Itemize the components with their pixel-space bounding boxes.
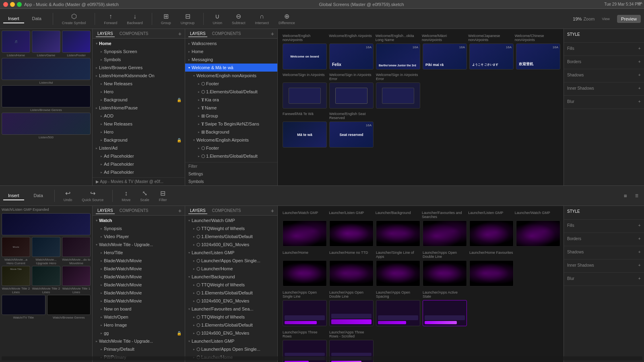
add-layer-bottom[interactable]: + bbox=[178, 208, 182, 214]
layer-item-new-releases-2[interactable]: ▸New Releases bbox=[93, 120, 185, 128]
launcher-home-1[interactable] bbox=[283, 260, 327, 286]
layer-video-player[interactable]: ▸Video Player bbox=[93, 232, 185, 241]
layer-welcome-selected[interactable]: ▾Welcome & Mā te wā bbox=[185, 64, 277, 72]
launcher-home-5[interactable] bbox=[469, 260, 514, 286]
close-button[interactable] bbox=[3, 2, 8, 7]
backward-button[interactable]: ↓ Backward bbox=[124, 11, 145, 27]
grid-view-button[interactable]: ⊞ bbox=[621, 192, 630, 200]
undo-button[interactable]: ↩ Undo bbox=[61, 188, 75, 204]
tab-insert[interactable]: Insert bbox=[3, 14, 24, 23]
layer-item-kidsnmode[interactable]: ▸Listen/Home/Kidsnmode On bbox=[93, 72, 185, 80]
symbols-item[interactable]: Symbols bbox=[185, 178, 277, 185]
tab-components-top[interactable]: COMPONENTS bbox=[118, 31, 150, 37]
maximize-button[interactable] bbox=[17, 2, 22, 7]
layer-ttq-2[interactable]: ▸ ⬡ TTQWeight of Wheels bbox=[185, 281, 277, 289]
launcher-home-2[interactable] bbox=[329, 260, 374, 286]
layer-item-synopsis-screen[interactable]: ▸Synopsis Screen bbox=[93, 47, 185, 56]
layer-hero-title[interactable]: ▸Hero/Title bbox=[93, 249, 185, 257]
launcher-apps-3[interactable] bbox=[376, 300, 420, 326]
layer-launcher-fav[interactable]: ▾Launcher/Favourites and Sea... bbox=[185, 305, 277, 313]
filter-item[interactable]: Filter bbox=[185, 162, 277, 170]
frame-felix[interactable]: Felix 16A bbox=[329, 43, 374, 70]
layer-elem-3[interactable]: ▸ ⬡ 1.Elements/Global/Default bbox=[185, 321, 277, 329]
thumb-watch-upgrade-hero[interactable]: Watch/Movie... Upgrade Hero bbox=[32, 237, 60, 265]
launcher-frame-1[interactable] bbox=[283, 220, 327, 247]
thumb-watch-title-2-1[interactable]: Movie Title Watch/Movie Title 2 Lines bbox=[2, 266, 30, 294]
layer-blade-3[interactable]: ▸Blade/Watch/Movie bbox=[93, 273, 185, 281]
layer-blade-6[interactable]: ▸Blade/Watch/Movie bbox=[93, 297, 185, 305]
frame-sign-in-2[interactable] bbox=[329, 82, 374, 109]
thumb-watch-movetime[interactable]: Watch/Movie...do to Movetime bbox=[62, 237, 91, 265]
tab-insert-bottom[interactable]: Insert bbox=[3, 191, 24, 200]
tab-layers-right[interactable]: LAYERS bbox=[188, 31, 207, 37]
canvas-thumb-listen-home[interactable]: 🎵 Listen/Home bbox=[2, 31, 30, 57]
launcher-apps-1[interactable] bbox=[283, 300, 327, 326]
add-layer-right[interactable]: + bbox=[271, 31, 274, 37]
frame-ma-te-wa[interactable]: Mā te wā bbox=[283, 121, 327, 148]
layer-launcher-listen-2[interactable]: ▾Launcher/Listen GMP bbox=[185, 337, 277, 345]
borders-add-b[interactable]: + bbox=[638, 236, 641, 241]
redo-button[interactable]: ↪ Quick Source bbox=[79, 188, 106, 204]
layer-apps-open-1[interactable]: ▸ ⬡ Launcher/Apps Open Single... bbox=[185, 257, 277, 265]
canvas-thumb-listen-500[interactable]: Listen/500 bbox=[2, 113, 91, 139]
move-button[interactable]: ↕ Move bbox=[119, 188, 133, 204]
thumb-watch-hero-current[interactable]: Movie Watch/Movie...a Hero Current bbox=[2, 237, 30, 265]
launcher-home-3[interactable] bbox=[376, 260, 420, 286]
layer-item-ad-2[interactable]: ▸Ad Placeholder bbox=[93, 160, 185, 168]
layer-item-hero-2[interactable]: ▸Hero bbox=[93, 128, 185, 136]
layer-item-background-1[interactable]: ▸Background🔒 bbox=[93, 96, 185, 104]
launcher-frame-6[interactable] bbox=[516, 220, 560, 247]
layer-item-background-2[interactable]: ▸Background🔒 bbox=[93, 136, 185, 144]
add-layer-top[interactable]: + bbox=[178, 31, 182, 37]
layer-item-ad-3[interactable]: ▸Ad Placeholder bbox=[93, 168, 185, 176]
canvas-thumb-listen-footer[interactable]: Listen/Footer bbox=[62, 31, 91, 57]
layer-item-aod[interactable]: ▸AOD bbox=[93, 112, 185, 120]
launcher-apps-active[interactable] bbox=[423, 300, 467, 326]
layer-1024-1[interactable]: ▸ ⬡ 1024x600_ENG_Movies bbox=[185, 241, 277, 249]
thumb-watch-gmp-exp[interactable] bbox=[2, 213, 91, 235]
layer-primary[interactable]: ▸Primary/Default bbox=[93, 345, 185, 353]
inner-shadows-add-b[interactable]: + bbox=[638, 263, 641, 267]
canvas-thumb-listen-game[interactable]: Listen/Game bbox=[32, 31, 60, 57]
frame-sign-in-3[interactable] bbox=[376, 82, 420, 109]
tab-components-rb[interactable]: COMPONENTS bbox=[211, 208, 243, 214]
layer-welcome-eng-nonaip[interactable]: ▾Welcome/English nonAirpoints bbox=[185, 72, 277, 80]
layer-item-new-releases-1[interactable]: ▸New Releases bbox=[93, 80, 185, 88]
tab-components-right[interactable]: COMPONENTS bbox=[211, 31, 243, 37]
fills-add[interactable]: + bbox=[638, 46, 641, 51]
tab-layers-bottom[interactable]: LAYERS bbox=[96, 208, 115, 214]
shadows-add[interactable]: + bbox=[638, 72, 641, 77]
tab-data-bottom[interactable]: Data bbox=[29, 191, 48, 200]
tab-components-bottom[interactable]: COMPONENTS bbox=[118, 208, 150, 214]
layer-elem-2[interactable]: ▸ ⬡ 1.Elements/Global/Default bbox=[185, 289, 277, 297]
frame-welcome-on-board[interactable]: Welcome on board 16A bbox=[283, 43, 327, 70]
layer-walkscreens[interactable]: ▸Walkscreens bbox=[185, 39, 277, 47]
layer-swipe-1[interactable]: ▸ 𝐓 Swipe To Begin/AirNZ/Sans bbox=[185, 120, 277, 128]
layer-watch-open[interactable]: ▸Watch/Open bbox=[93, 313, 185, 321]
blur-add-b[interactable]: + bbox=[638, 276, 641, 281]
layer-1024-3[interactable]: ▸ ⬡ 1024x600_ENG_Movies bbox=[185, 329, 277, 337]
frame-piki-mai[interactable]: Piki mai rā 16A bbox=[423, 43, 467, 70]
layer-synopsis[interactable]: ▸Synopsis bbox=[93, 224, 185, 232]
add-layer-rb[interactable]: + bbox=[271, 208, 274, 214]
frame-japanese[interactable]: ようこそ ごさいます 16A bbox=[469, 43, 514, 70]
layer-item-symbols[interactable]: ▸Symbols bbox=[93, 56, 185, 64]
layer-ttq-3[interactable]: ▸ ⬡ TTQWeight of Wheels bbox=[185, 313, 277, 321]
layer-kia-ora-1[interactable]: ▸ 𝐓 Kia ora bbox=[185, 96, 277, 104]
frame-bartho[interactable]: Bartho'omew Junior the 3rd 16A bbox=[376, 43, 420, 70]
layer-elem-1[interactable]: ▸ ⬡ 1.Elements/Global/Default bbox=[185, 232, 277, 241]
layer-messaging[interactable]: ▸Messaging bbox=[185, 56, 277, 64]
launcher-home-4[interactable] bbox=[423, 260, 467, 286]
scale-button[interactable]: ⤡ Scale bbox=[138, 188, 152, 204]
layer-watch-movie-upgrade-2[interactable]: ▸Watch/Movie Title - Upgrade... bbox=[93, 337, 185, 345]
launcher-frame-5[interactable] bbox=[469, 220, 514, 247]
frame-seat-reserved[interactable]: Seat reserved 16A bbox=[329, 121, 374, 148]
preview-button[interactable]: Preview bbox=[617, 15, 641, 23]
group-button[interactable]: ⊞ Group bbox=[159, 11, 173, 27]
layer-watch[interactable]: ▾Watch bbox=[93, 216, 185, 224]
forward-button[interactable]: ↑ Forward bbox=[101, 11, 120, 27]
layer-ttq-1[interactable]: ▸ ⬡ TTQWeight of Wheels bbox=[185, 224, 277, 232]
layer-watch-movie-upgrade[interactable]: ▾Watch/Movie Title - Upgrade... bbox=[93, 241, 185, 249]
canvas-thumb-listen-browse[interactable]: Listen/Browse Genres bbox=[2, 85, 91, 112]
layer-name-1[interactable]: ▸ 𝐓 Name bbox=[185, 104, 277, 112]
